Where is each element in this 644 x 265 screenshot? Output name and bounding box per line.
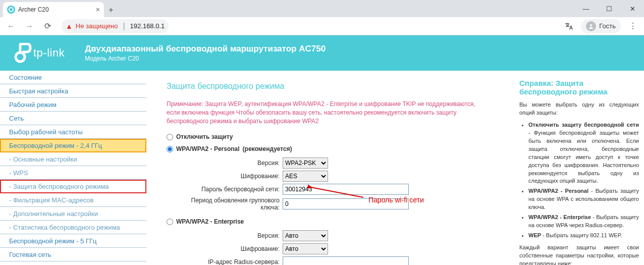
ent-encryption-select[interactable]: Авто bbox=[283, 243, 328, 254]
radio-personal-suffix: (рекомендуется) bbox=[243, 145, 292, 152]
page-title: Защита беспроводного режима bbox=[167, 82, 490, 91]
logo: tp-link bbox=[12, 43, 65, 63]
sidebar-item-14[interactable]: DHCP bbox=[0, 261, 146, 265]
address-bar: ← → ⟳ ▲ Не защищено | 192.168.0.1 Гость … bbox=[0, 17, 644, 35]
help-bullet-2: WPA/WPA2 - Enterprise - Выбрать защиту н… bbox=[528, 214, 639, 230]
version-label: Версия: bbox=[172, 160, 283, 167]
forward-button[interactable]: → bbox=[21, 18, 37, 34]
help-para2: Каждый вариант защиты имеет свои собстве… bbox=[519, 244, 639, 265]
radio-personal[interactable] bbox=[167, 146, 173, 152]
note-text: Примечание: Защита WEP, аутентификация W… bbox=[167, 100, 490, 125]
tab-favicon-icon bbox=[7, 6, 15, 14]
url-separator: | bbox=[123, 22, 125, 31]
radio-enterprise-label: WPA/WPA2 - Enterprise bbox=[176, 218, 244, 225]
encryption-label: Шифрование: bbox=[172, 173, 283, 180]
sidebar-item-13[interactable]: Гостевая сеть bbox=[0, 248, 146, 261]
logo-icon bbox=[12, 43, 32, 63]
sidebar-item-11[interactable]: - Статистика беспроводного режима bbox=[0, 221, 146, 234]
sidebar-item-4[interactable]: Выбор рабочей частоты bbox=[0, 125, 146, 139]
warning-icon: ▲ bbox=[66, 22, 73, 30]
help-bullet-3: WEP - Выбрать защиту 802.11 WEP. bbox=[528, 232, 639, 240]
option-personal[interactable]: WPA/WPA2 - Personal (рекомендуется) bbox=[167, 145, 490, 152]
sidebar-item-8[interactable]: - Защита беспроводного режима bbox=[0, 180, 146, 193]
radio-disable[interactable] bbox=[167, 134, 173, 140]
back-button[interactable]: ← bbox=[3, 18, 19, 34]
ent-version-label: Версия: bbox=[172, 232, 283, 239]
window-controls: — ☐ ✕ bbox=[574, 0, 644, 17]
minimize-button[interactable]: — bbox=[574, 0, 598, 17]
radius-ip-label: IP-адрес Radius-сервера: bbox=[172, 258, 283, 265]
sidebar-item-7[interactable]: - WPS bbox=[0, 166, 146, 180]
security-chip[interactable]: ▲ Не защищено | 192.168.0.1 bbox=[62, 19, 169, 33]
close-icon[interactable]: × bbox=[96, 6, 100, 14]
guest-label: Гость bbox=[599, 22, 616, 30]
logo-text: tp-link bbox=[33, 46, 65, 60]
radio-enterprise[interactable] bbox=[167, 219, 173, 225]
radio-disable-label: Отключить защиту bbox=[176, 133, 233, 140]
reload-button[interactable]: ⟳ bbox=[39, 18, 56, 34]
main-content: Защита беспроводного режима Примечание: … bbox=[146, 71, 510, 265]
password-input[interactable] bbox=[283, 184, 409, 195]
menu-button[interactable]: ⋮ bbox=[625, 18, 641, 34]
gkup-input[interactable] bbox=[283, 198, 409, 209]
help-intro: Вы можете выбрать одну из следующих опци… bbox=[519, 101, 639, 117]
sidebar-item-9[interactable]: - Фильтрация MAC-адресов bbox=[0, 193, 146, 207]
translate-icon[interactable] bbox=[561, 18, 577, 34]
sidebar-item-12[interactable]: Беспроводной режим - 5 ГГц bbox=[0, 234, 146, 248]
option-disable[interactable]: Отключить защиту bbox=[167, 133, 490, 140]
ent-encryption-label: Шифрование: bbox=[172, 245, 283, 252]
sidebar-item-0[interactable]: Состояние bbox=[0, 71, 146, 84]
sidebar-item-1[interactable]: Быстрая настройка bbox=[0, 84, 146, 98]
sidebar: СостояниеБыстрая настройкаРабочий режимС… bbox=[0, 71, 146, 265]
sidebar-item-6[interactable]: - Основные настройки bbox=[0, 152, 146, 166]
tab-title: Archer C20 bbox=[18, 6, 93, 13]
encryption-select[interactable]: AES bbox=[283, 171, 328, 182]
router-header: tp-link Двухдиапазонный беспроводной мар… bbox=[0, 35, 644, 71]
password-label: Пароль беспроводной сети: bbox=[172, 186, 283, 193]
radius-ip-input[interactable] bbox=[283, 256, 409, 265]
gkup-label: Период обновления группового ключа: bbox=[172, 197, 283, 211]
maximize-button[interactable]: ☐ bbox=[598, 0, 621, 17]
radio-personal-label: WPA/WPA2 - Personal bbox=[176, 145, 240, 152]
svg-point-0 bbox=[590, 24, 592, 26]
sidebar-item-10[interactable]: - Дополнительные настройки bbox=[0, 207, 146, 221]
svg-point-1 bbox=[16, 52, 25, 62]
header-title: Двухдиапазонный беспроводной маршрутизат… bbox=[85, 44, 326, 54]
version-select[interactable]: WPA2-PSK bbox=[283, 157, 328, 169]
profile-button[interactable]: Гость bbox=[581, 19, 621, 33]
option-enterprise[interactable]: WPA/WPA2 - Enterprise bbox=[167, 218, 490, 225]
help-title: Справка: Защита беспроводного режима bbox=[519, 79, 639, 96]
help-bullet-0: Отключить защиту беспроводной сети - Фун… bbox=[528, 121, 639, 186]
url-text: 192.168.0.1 bbox=[130, 22, 165, 30]
sidebar-item-5[interactable]: Беспроводной режим - 2,4 ГГц bbox=[0, 139, 146, 152]
avatar-icon bbox=[586, 21, 596, 31]
browser-tab[interactable]: Archer C20 × bbox=[3, 2, 104, 17]
help-bullet-1: WPA/WPA2 - Personal - Выбрать защиту на … bbox=[528, 187, 639, 211]
header-subtitle: Модель Archer C20 bbox=[85, 55, 326, 62]
help-panel: Справка: Защита беспроводного режима Вы … bbox=[510, 71, 644, 265]
new-tab-button[interactable]: + bbox=[104, 3, 118, 17]
sidebar-item-2[interactable]: Рабочий режим bbox=[0, 98, 146, 112]
browser-tab-strip: Archer C20 × + — ☐ ✕ bbox=[0, 0, 644, 17]
ent-version-select[interactable]: Авто bbox=[283, 230, 328, 241]
close-window-button[interactable]: ✕ bbox=[621, 0, 644, 17]
insecure-label: Не защищено bbox=[76, 22, 118, 30]
help-bullet-list: Отключить защиту беспроводной сети - Фун… bbox=[519, 121, 639, 240]
sidebar-item-3[interactable]: Сеть bbox=[0, 112, 146, 125]
